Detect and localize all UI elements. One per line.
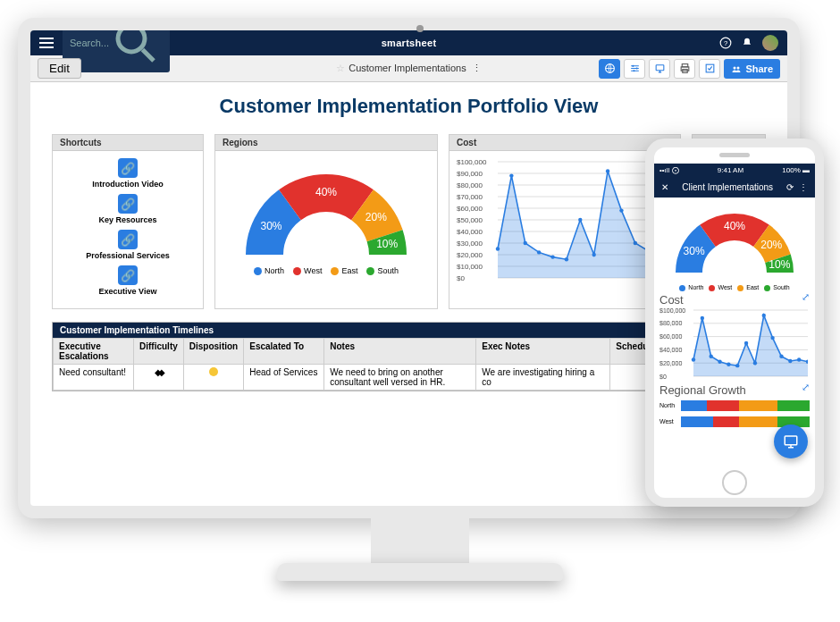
svg-point-5 xyxy=(632,65,634,67)
widget-shortcuts: Shortcuts 🔗Introduction Video 🔗Key Resou… xyxy=(52,134,204,309)
svg-point-31 xyxy=(509,173,513,177)
fab-button[interactable] xyxy=(774,424,808,458)
svg-point-39 xyxy=(619,208,623,212)
widget-regions: Regions 30%40%20%10% North West East Sou… xyxy=(214,134,438,309)
brand-logo: smartsheet xyxy=(382,38,437,48)
present-button[interactable] xyxy=(649,59,670,79)
shortcut-link[interactable]: 🔗Executive View xyxy=(60,265,196,296)
svg-text:40%: 40% xyxy=(315,186,337,198)
svg-point-56 xyxy=(709,354,712,357)
svg-point-37 xyxy=(592,253,595,256)
bell-icon[interactable] xyxy=(741,37,753,49)
svg-point-7 xyxy=(633,70,634,71)
svg-point-34 xyxy=(550,255,554,258)
app-topbar: Search... smartsheet ? xyxy=(30,30,787,55)
shortcut-link[interactable]: 🔗Introduction Video xyxy=(60,158,196,189)
expand-icon[interactable]: ⤢ xyxy=(802,291,810,303)
svg-point-65 xyxy=(788,358,792,362)
cost-area-chart: $0$10,000$20,000$30,000$40,000$50,000$60… xyxy=(457,158,673,283)
svg-text:?: ? xyxy=(724,39,727,47)
svg-rect-68 xyxy=(785,436,797,445)
svg-point-57 xyxy=(718,359,721,363)
phone-regions-legend: North West East South xyxy=(659,284,810,291)
avatar[interactable] xyxy=(762,35,778,51)
svg-point-30 xyxy=(496,247,500,250)
svg-point-54 xyxy=(692,357,695,361)
monitor-base xyxy=(277,563,563,581)
phone-regions-donut: 30%40%20%10% xyxy=(659,201,810,277)
svg-point-58 xyxy=(727,362,730,366)
hamburger-icon[interactable] xyxy=(39,38,54,48)
star-icon[interactable]: ☆ xyxy=(336,63,345,73)
shortcut-link[interactable]: 🔗Professional Services xyxy=(60,230,196,260)
link-icon: 🔗 xyxy=(118,265,138,285)
svg-point-63 xyxy=(770,336,774,340)
svg-point-59 xyxy=(735,364,739,367)
svg-point-55 xyxy=(701,315,704,319)
svg-text:10%: 10% xyxy=(769,258,790,271)
publish-button[interactable] xyxy=(699,59,720,79)
shortcut-link[interactable]: 🔗Key Resources xyxy=(60,194,196,224)
refresh-icon[interactable]: ⟳ xyxy=(786,182,794,192)
svg-point-13 xyxy=(734,66,736,69)
svg-point-61 xyxy=(753,361,757,365)
svg-text:30%: 30% xyxy=(684,245,705,257)
svg-point-35 xyxy=(565,257,568,261)
expand-icon[interactable]: ⤢ xyxy=(802,382,810,393)
svg-point-36 xyxy=(578,218,582,222)
phone-header: ✕ Client Implementations ⟳ ⋮ xyxy=(654,176,815,198)
phone-speaker xyxy=(719,153,750,157)
svg-line-1 xyxy=(143,49,154,60)
page-title: Customer Implementation Portfolio View xyxy=(52,95,766,118)
share-button[interactable]: Share xyxy=(724,59,780,79)
svg-point-64 xyxy=(779,354,783,357)
svg-text:20%: 20% xyxy=(365,211,387,223)
link-icon: 🔗 xyxy=(118,230,138,249)
signal-icon: ••ıll ⨀ xyxy=(659,166,679,174)
regions-legend: North West East South xyxy=(254,266,399,275)
svg-text:30%: 30% xyxy=(261,220,282,232)
search-icon xyxy=(109,18,163,70)
svg-point-6 xyxy=(636,67,638,69)
phone-cost-title: Cost xyxy=(659,293,810,307)
difficulty-icon: ◆◆ xyxy=(155,367,162,377)
close-icon[interactable]: ✕ xyxy=(661,182,668,192)
edit-button[interactable]: Edit xyxy=(38,58,81,79)
phone-regional-title: Regional Growth xyxy=(659,383,810,397)
svg-point-60 xyxy=(744,340,748,344)
svg-point-0 xyxy=(118,25,145,52)
print-button[interactable] xyxy=(674,59,695,79)
svg-point-14 xyxy=(737,66,740,69)
svg-point-66 xyxy=(797,357,801,361)
svg-point-32 xyxy=(524,241,527,245)
phone-cost-chart: $0$20,000$40,000$60,000$80,000$100,000 xyxy=(659,308,810,382)
svg-rect-8 xyxy=(656,65,664,71)
svg-text:20%: 20% xyxy=(760,239,782,251)
settings-button[interactable] xyxy=(624,59,645,79)
link-icon: 🔗 xyxy=(118,158,138,178)
disposition-icon xyxy=(209,367,218,376)
more-icon[interactable]: ⋮ xyxy=(799,182,808,192)
svg-text:10%: 10% xyxy=(376,238,398,250)
monitor-stand xyxy=(371,518,469,567)
document-title: ☆Customer Implementations ⋮ xyxy=(336,63,482,74)
phone-frame: ••ıll ⨀ 9:41 AM 100% ▬ ✕ Client Implemen… xyxy=(645,139,824,507)
svg-point-38 xyxy=(606,169,609,172)
svg-point-40 xyxy=(634,241,637,245)
svg-point-33 xyxy=(537,250,541,254)
help-icon[interactable]: ? xyxy=(719,37,732,49)
regions-donut-chart: 30%40%20%10% xyxy=(228,158,424,261)
svg-text:40%: 40% xyxy=(724,220,745,232)
svg-point-62 xyxy=(762,313,766,316)
monitor-camera xyxy=(416,25,424,32)
phone-status-bar: ••ıll ⨀ 9:41 AM 100% ▬ xyxy=(654,164,815,176)
phone-home-button[interactable] xyxy=(722,470,747,495)
link-icon: 🔗 xyxy=(118,194,138,214)
globe-button[interactable] xyxy=(599,59,620,79)
